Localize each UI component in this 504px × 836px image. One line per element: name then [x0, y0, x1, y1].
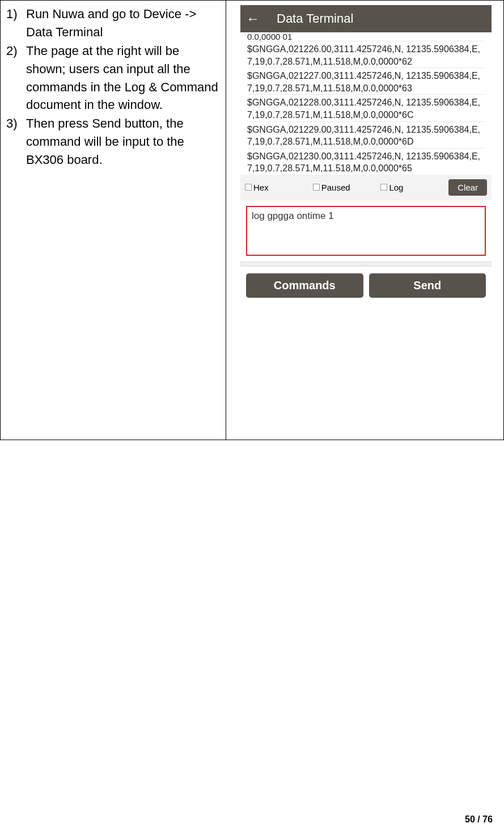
instruction-list: Run Nuwa and go to Device -> Data Termin… [6, 5, 220, 169]
log-checkbox[interactable]: Log [380, 183, 446, 192]
instruction-item-2: The page at the right will be shown; use… [6, 42, 220, 115]
back-arrow-icon[interactable]: ← [246, 11, 260, 27]
screenshot-column: ← Data Terminal 0.0,0000 01 $GNGGA,02122… [226, 1, 503, 440]
checkbox-icon [380, 184, 387, 191]
instruction-item-1: Run Nuwa and go to Device -> Data Termin… [6, 5, 220, 41]
log-line: $GNGGA,021229.00,3111.4257246,N, 12135.5… [247, 121, 485, 148]
paused-label: Paused [321, 183, 350, 192]
log-line: $GNGGA,021227.00,3111.4257246,N, 12135.5… [247, 67, 485, 94]
command-input[interactable] [246, 206, 486, 256]
instructions-column: Run Nuwa and go to Device -> Data Termin… [1, 1, 226, 440]
log-line-cut: 0.0,0000 01 [247, 32, 485, 41]
app-header: ← Data Terminal [240, 5, 492, 32]
hex-checkbox[interactable]: Hex [245, 183, 311, 192]
input-wrap [240, 200, 492, 261]
bottom-button-row: Commands Send [240, 267, 492, 305]
separator-bar [240, 261, 492, 267]
clear-button[interactable]: Clear [448, 179, 487, 196]
paused-checkbox[interactable]: Paused [313, 183, 379, 192]
log-line: $GNGGA,021230.00,3111.4257246,N, 12135.5… [247, 148, 485, 175]
checkbox-icon [245, 184, 252, 191]
send-button[interactable]: Send [369, 273, 486, 298]
controls-row: Hex Paused Log Clear [240, 175, 492, 200]
page-number: 50 / 76 [465, 814, 493, 825]
checkbox-icon [313, 184, 320, 191]
log-label: Log [389, 183, 403, 192]
hex-label: Hex [253, 183, 269, 192]
log-line: $GNGGA,021226.00,3111.4257246,N, 12135.5… [247, 41, 485, 67]
phone-screenshot: ← Data Terminal 0.0,0000 01 $GNGGA,02122… [240, 5, 492, 305]
log-line: $GNGGA,021228.00,3111.4257246,N, 12135.5… [247, 94, 485, 121]
log-output-area[interactable]: 0.0,0000 01 $GNGGA,021226.00,3111.425724… [240, 32, 492, 175]
header-title: Data Terminal [277, 11, 353, 26]
instruction-item-3: Then press Send button, the command will… [6, 115, 220, 169]
commands-button[interactable]: Commands [246, 273, 363, 298]
content-row: Run Nuwa and go to Device -> Data Termin… [0, 0, 504, 440]
